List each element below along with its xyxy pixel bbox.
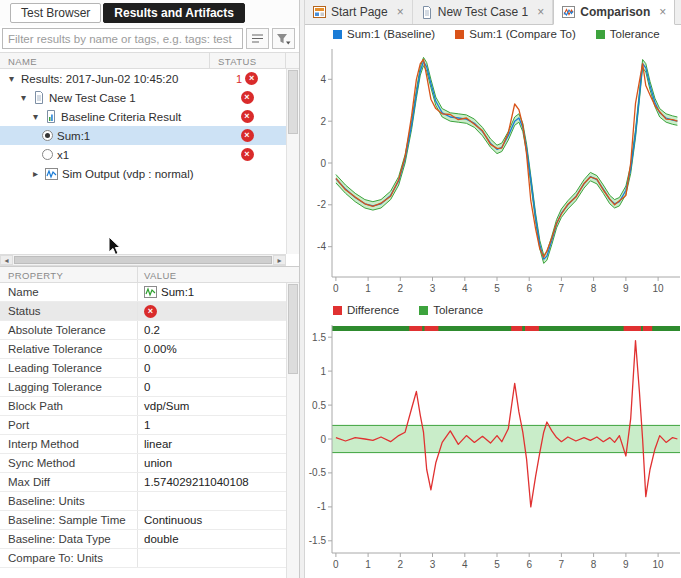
close-tab-icon[interactable]: × xyxy=(397,5,404,19)
property-row-compare-to-units[interactable]: Compare To: Units xyxy=(0,549,286,568)
property-value-text: linear xyxy=(144,438,172,450)
tree-row-x1[interactable]: x1× xyxy=(0,145,286,164)
signal-radio-sum-1[interactable] xyxy=(42,130,53,141)
property-value: Sum:1 xyxy=(138,283,286,301)
svg-text:1.5: 1.5 xyxy=(312,332,326,343)
property-value xyxy=(138,549,286,567)
property-row-baseline-sample-time[interactable]: Baseline: Sample TimeContinuous xyxy=(0,511,286,530)
test-case-icon xyxy=(421,6,433,19)
scroll-left-icon[interactable]: ◂ xyxy=(0,255,13,265)
expand-arrow-icon[interactable]: ▸ xyxy=(30,168,41,179)
filter-input[interactable] xyxy=(2,28,243,49)
svg-text:1: 1 xyxy=(365,559,371,570)
svg-text:8: 8 xyxy=(591,283,597,294)
horizontal-scrollbar-track[interactable] xyxy=(13,255,273,265)
scroll-right-icon[interactable]: ▸ xyxy=(273,255,286,265)
svg-text:8: 8 xyxy=(591,559,597,570)
property-value-text: 1 xyxy=(144,419,150,431)
close-tab-icon[interactable]: × xyxy=(537,5,544,19)
tree-vertical-scrollbar-thumb[interactable] xyxy=(288,70,298,134)
difference-chart: 012345678910-1.5-1-0.500.511.5 xyxy=(305,319,680,577)
legend-item-tolerance: Tolerance xyxy=(596,28,660,40)
status-cell: 1× xyxy=(208,72,286,85)
sim-output-icon xyxy=(45,168,58,180)
tree-row-results-2017-jun-02-10-45-20[interactable]: ▾Results: 2017-Jun-02 10:45:201× xyxy=(0,69,286,88)
property-vertical-scrollbar[interactable] xyxy=(286,283,299,578)
status-cell: × xyxy=(208,148,286,161)
property-value: 0.2 xyxy=(138,321,286,339)
filter-button[interactable] xyxy=(272,28,295,49)
svg-text:7: 7 xyxy=(559,559,565,570)
fail-status-icon: × xyxy=(245,72,258,85)
svg-text:10: 10 xyxy=(653,559,665,570)
tree-body: ▾Results: 2017-Jun-02 10:45:201×▾New Tes… xyxy=(0,69,299,183)
tree-row-sim-output-vdp-normal[interactable]: ▸Sim Output (vdp : normal) xyxy=(0,164,286,183)
property-name: Max Diff xyxy=(0,473,138,491)
collapse-arrow-icon[interactable]: ▾ xyxy=(6,73,17,84)
panel-tab-bar: Test Browser Results and Artifacts xyxy=(0,0,299,26)
collapse-arrow-icon[interactable]: ▾ xyxy=(30,111,41,122)
svg-text:10: 10 xyxy=(653,283,665,294)
tree-column-header: NAME STATUS xyxy=(0,53,299,69)
property-row-interp-method[interactable]: Interp Methodlinear xyxy=(0,435,286,454)
legend-item-tolerance: Tolerance xyxy=(419,304,483,316)
property-vertical-scrollbar-thumb[interactable] xyxy=(288,284,298,374)
property-value xyxy=(138,492,286,510)
property-name: Interp Method xyxy=(0,435,138,453)
column-header-property: PROPERTY xyxy=(0,267,138,282)
svg-text:2: 2 xyxy=(398,283,404,294)
property-row-sync-method[interactable]: Sync Methodunion xyxy=(0,454,286,473)
tree-row-new-test-case-1[interactable]: ▾New Test Case 1× xyxy=(0,88,286,107)
property-row-status[interactable]: Status× xyxy=(0,302,286,321)
tab-test-browser[interactable]: Test Browser xyxy=(10,3,101,23)
property-row-lagging-tolerance[interactable]: Lagging Tolerance0 xyxy=(0,378,286,397)
property-value: 0 xyxy=(138,359,286,377)
signals-chart-block: Sum:1 (Baseline)Sum:1 (Compare To)Tolera… xyxy=(305,25,681,301)
property-value-text: union xyxy=(144,457,172,469)
property-row-leading-tolerance[interactable]: Leading Tolerance0 xyxy=(0,359,286,378)
property-row-max-diff[interactable]: Max Diff1.574029211040108 xyxy=(0,473,286,492)
fail-status-icon: × xyxy=(241,148,254,161)
legend-item-difference: Difference xyxy=(333,304,399,316)
signal-radio-x1[interactable] xyxy=(42,149,53,160)
document-tab-start-page[interactable]: Start Page× xyxy=(305,0,413,24)
horizontal-scrollbar-thumb[interactable] xyxy=(14,256,272,264)
legend-swatch-icon xyxy=(333,306,342,315)
property-row-name[interactable]: NameSum:1 xyxy=(0,283,286,302)
svg-text:9: 9 xyxy=(623,559,629,570)
legend-item-sum-1-baseline: Sum:1 (Baseline) xyxy=(333,28,435,40)
property-row-baseline-units[interactable]: Baseline: Units xyxy=(0,492,286,511)
tree-vertical-scrollbar[interactable] xyxy=(286,69,299,254)
property-value-text: 0 xyxy=(144,381,150,393)
property-name: Baseline: Sample Time xyxy=(0,511,138,529)
svg-text:-2: -2 xyxy=(317,199,326,210)
saved-filters-icon xyxy=(251,33,264,44)
property-value: 0.00% xyxy=(138,340,286,358)
property-column-header: PROPERTY VALUE xyxy=(0,267,299,283)
property-row-block-path[interactable]: Block Pathvdp/Sum xyxy=(0,397,286,416)
close-tab-icon[interactable]: × xyxy=(659,5,666,19)
tree-row-baseline-criteria-result[interactable]: ▾Baseline Criteria Result× xyxy=(0,107,286,126)
collapse-arrow-icon[interactable]: ▾ xyxy=(18,92,29,103)
property-row-port[interactable]: Port1 xyxy=(0,416,286,435)
criteria-icon xyxy=(45,110,57,123)
property-name: Baseline: Units xyxy=(0,492,138,510)
property-row-relative-tolerance[interactable]: Relative Tolerance0.00% xyxy=(0,340,286,359)
svg-text:4: 4 xyxy=(462,559,468,570)
saved-filters-button[interactable] xyxy=(246,28,269,49)
document-tab-label: Start Page xyxy=(331,5,388,19)
document-tab-new-test-case-1[interactable]: New Test Case 1× xyxy=(413,0,554,24)
document-tab-comparison[interactable]: Comparison× xyxy=(553,0,675,25)
test-case-icon xyxy=(33,91,45,104)
property-name: Port xyxy=(0,416,138,434)
legend-label: Sum:1 (Baseline) xyxy=(347,28,435,40)
tree-row-label: Sim Output (vdp : normal) xyxy=(62,168,194,180)
tab-results-and-artifacts[interactable]: Results and Artifacts xyxy=(103,3,245,23)
document-tab-label: Comparison xyxy=(580,5,650,19)
property-row-baseline-data-type[interactable]: Baseline: Data Typedouble xyxy=(0,530,286,549)
property-name: Block Path xyxy=(0,397,138,415)
property-value-text: vdp/Sum xyxy=(144,400,189,412)
tree-horizontal-scrollbar[interactable]: ◂ ▸ xyxy=(0,254,286,266)
tree-row-sum-1[interactable]: Sum:1× xyxy=(0,126,286,145)
property-row-absolute-tolerance[interactable]: Absolute Tolerance0.2 xyxy=(0,321,286,340)
